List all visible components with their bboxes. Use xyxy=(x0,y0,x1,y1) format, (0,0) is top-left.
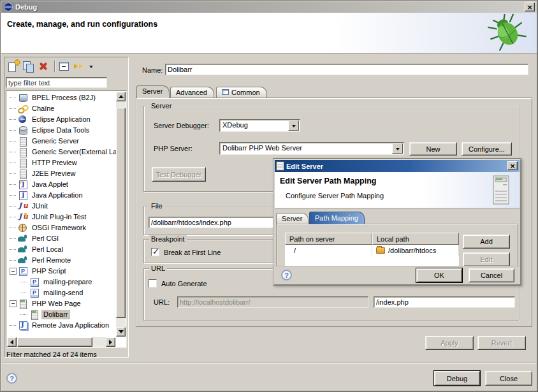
vscroll-thumb[interactable] xyxy=(116,108,126,318)
tree-expander[interactable] xyxy=(9,321,17,330)
tree-item-icon xyxy=(18,299,28,309)
combo-arrow-icon[interactable] xyxy=(288,120,299,131)
tree-item[interactable]: Remote Java Application xyxy=(7,320,116,331)
tree-expander[interactable] xyxy=(9,245,17,254)
tree-item-label: Perl Local xyxy=(30,245,65,254)
tree-item[interactable]: mailing-send xyxy=(7,287,116,298)
combo-arrow-icon[interactable] xyxy=(392,143,403,154)
tree-expander[interactable] xyxy=(9,126,17,134)
window-close-button[interactable]: × xyxy=(525,3,535,11)
hscroll-thumb[interactable] xyxy=(17,337,92,347)
tree-expander[interactable] xyxy=(20,278,29,286)
mapping-cell-local-path[interactable]: /dolibarr/htdocs xyxy=(372,245,459,256)
tree-item-label: Java Applet xyxy=(30,180,70,189)
close-button[interactable]: Close xyxy=(485,371,532,386)
tree-expander[interactable] xyxy=(9,256,17,265)
tree-hscrollbar[interactable] xyxy=(7,337,115,347)
tree-item-label: Dolibarr xyxy=(41,310,70,319)
server-debugger-combo[interactable]: XDebug xyxy=(219,119,300,132)
tree-item[interactable]: BPEL Process (B2J) xyxy=(7,92,116,103)
dialog-tab-path-mapping[interactable]: Path Mapping xyxy=(309,212,365,224)
break-first-line-checkbox[interactable] xyxy=(151,248,159,256)
edit-server-close-button[interactable]: × xyxy=(507,161,518,170)
tree-item-icon xyxy=(18,126,28,135)
filter-button[interactable] xyxy=(73,59,88,73)
cancel-button[interactable]: Cancel xyxy=(469,268,514,282)
tree-expander[interactable] xyxy=(9,115,17,124)
tree-expander[interactable] xyxy=(9,213,17,221)
tree-item[interactable]: Perl Remote xyxy=(7,255,116,266)
tree-item[interactable]: PHP Script xyxy=(7,266,116,277)
tree-item[interactable]: JUnit Plug-in Test xyxy=(7,212,116,222)
tree-expander[interactable] xyxy=(9,202,17,210)
tree-expander[interactable] xyxy=(9,267,17,275)
tree-expander[interactable] xyxy=(9,170,17,178)
tree-expander[interactable] xyxy=(9,180,17,189)
table-icon xyxy=(222,89,229,95)
duplicate-configuration-button[interactable] xyxy=(21,59,36,73)
file-group-legend: File xyxy=(149,202,164,210)
tree-item[interactable]: OSGi Framework xyxy=(7,222,116,233)
tree-item[interactable]: Dolibarr xyxy=(7,309,116,320)
scroll-left-button[interactable] xyxy=(7,337,17,347)
filter-input[interactable] xyxy=(6,77,107,88)
edit-mapping-button[interactable]: Edit xyxy=(463,252,510,266)
scroll-right-button[interactable] xyxy=(106,337,115,347)
scroll-up-button[interactable] xyxy=(116,92,126,101)
tree-item[interactable]: Eclipse Application xyxy=(7,114,116,125)
tab-server[interactable]: Server xyxy=(136,85,170,98)
new-configuration-button[interactable] xyxy=(6,59,21,73)
delete-configuration-button[interactable] xyxy=(36,59,52,73)
tree-expander[interactable] xyxy=(9,137,17,145)
tree-item[interactable]: JUnit xyxy=(7,201,116,212)
tree-expander[interactable] xyxy=(9,300,17,308)
tree-item[interactable]: Eclipse Data Tools xyxy=(7,125,116,136)
name-input[interactable] xyxy=(165,64,528,75)
tree-vscrollbar[interactable] xyxy=(116,92,126,337)
tab-advanced[interactable]: Advanced xyxy=(170,87,214,98)
tree-item[interactable]: Perl Local xyxy=(7,244,116,255)
tree-expander[interactable] xyxy=(9,235,17,243)
tree-item[interactable]: Chaîne xyxy=(7,103,116,114)
tree-item[interactable]: J2EE Preview xyxy=(7,168,116,179)
tree-expander[interactable] xyxy=(9,191,17,200)
auto-generate-checkbox[interactable] xyxy=(149,279,157,287)
help-button[interactable]: ? xyxy=(6,373,17,384)
add-mapping-button[interactable]: Add xyxy=(463,235,510,249)
tree-expander[interactable] xyxy=(9,224,17,232)
tree-item-label: Perl CGI xyxy=(30,234,61,243)
url-path-input[interactable] xyxy=(374,296,515,308)
tab-common[interactable]: Common xyxy=(216,87,267,98)
tree-item-icon xyxy=(29,277,40,287)
tree-item[interactable]: Generic Server xyxy=(7,136,116,147)
scroll-down-button[interactable] xyxy=(116,327,126,337)
tree-item[interactable]: Generic Server(External La xyxy=(7,147,116,157)
tree-item[interactable]: Java Applet xyxy=(7,179,116,190)
tree-expander[interactable] xyxy=(20,289,29,297)
dialog-instruction: Create, manage, and run configurations xyxy=(7,20,157,29)
ok-button[interactable]: OK xyxy=(416,268,462,282)
tree-item[interactable]: PHP Web Page xyxy=(7,298,116,309)
revert-button[interactable]: Revert xyxy=(477,336,526,350)
name-label: Name: xyxy=(142,66,163,74)
filter-menu-caret[interactable] xyxy=(88,59,96,73)
tree-expander[interactable] xyxy=(9,105,17,113)
test-debugger-button[interactable]: Test Debugger xyxy=(152,167,206,182)
tree-expander[interactable] xyxy=(20,310,29,319)
php-server-combo[interactable]: Dolibarr PHP Web Server xyxy=(219,142,404,155)
dialog-tab-server[interactable]: Server xyxy=(276,213,309,224)
mapping-cell-path-on-server[interactable]: / xyxy=(285,245,372,256)
new-server-button[interactable]: New xyxy=(409,142,457,156)
debug-button[interactable]: Debug xyxy=(434,371,480,386)
tree-expander[interactable] xyxy=(9,94,17,102)
edit-server-help-button[interactable]: ? xyxy=(281,270,292,280)
apply-button[interactable]: Apply xyxy=(425,336,474,350)
configure-server-button[interactable]: Configure... xyxy=(462,142,512,156)
collapse-all-button[interactable] xyxy=(57,59,73,73)
tree-expander[interactable] xyxy=(9,159,17,167)
tree-item[interactable]: mailing-prepare xyxy=(7,277,116,287)
tree-item[interactable]: HTTP Preview xyxy=(7,157,116,168)
tree-expander[interactable] xyxy=(9,148,17,156)
tree-item[interactable]: Perl CGI xyxy=(7,233,116,244)
tree-item[interactable]: Java Application xyxy=(7,190,116,201)
